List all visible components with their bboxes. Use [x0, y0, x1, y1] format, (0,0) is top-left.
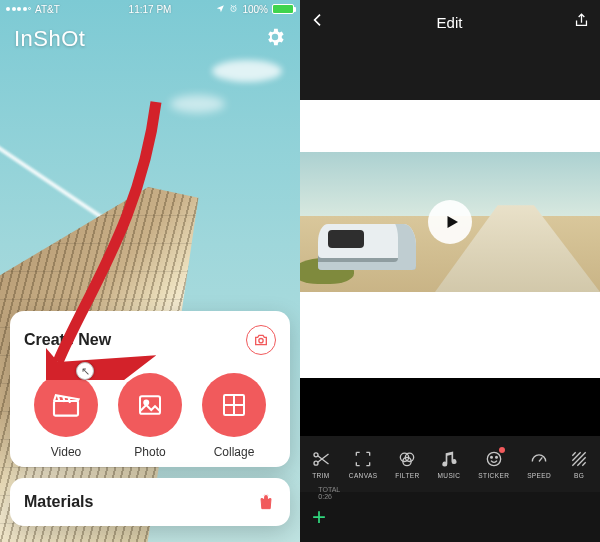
app-logo: InShOt	[14, 26, 85, 52]
edit-title: Edit	[437, 14, 463, 31]
svg-point-11	[487, 452, 500, 465]
grid-icon	[219, 390, 249, 420]
canvas-icon	[353, 449, 373, 469]
tool-bg[interactable]: BG	[569, 449, 589, 479]
tool-speed[interactable]: SPEED	[527, 449, 551, 479]
tool-trim[interactable]: TRIM	[311, 449, 331, 479]
cursor-icon: ↖	[76, 362, 94, 380]
image-icon	[135, 390, 165, 420]
create-photo-button[interactable]: Photo	[118, 373, 182, 459]
alarm-icon	[229, 4, 238, 15]
timeline-total-label: TOTAL 0:26	[318, 486, 340, 500]
svg-rect-3	[140, 396, 160, 414]
tool-sticker[interactable]: STICKER	[478, 449, 509, 479]
create-video-label: Video	[51, 445, 81, 459]
materials-title: Materials	[24, 493, 93, 511]
create-collage-button[interactable]: Collage	[202, 373, 266, 459]
tool-canvas[interactable]: CANVAS	[349, 449, 378, 479]
share-button[interactable]	[573, 12, 590, 33]
clock: 11:17 PM	[129, 4, 172, 15]
materials-card[interactable]: Materials	[10, 478, 290, 526]
video-preview[interactable]	[300, 152, 600, 292]
svg-rect-2	[54, 401, 78, 416]
speed-icon	[529, 449, 549, 469]
clapper-icon	[50, 389, 82, 421]
create-photo-label: Photo	[134, 445, 165, 459]
settings-button[interactable]	[264, 26, 286, 48]
battery-icon	[272, 4, 294, 14]
signal-dots-icon	[6, 7, 31, 11]
timeline[interactable]: + TOTAL 0:26	[300, 492, 600, 542]
camera-icon	[253, 332, 269, 348]
filter-icon	[397, 449, 417, 469]
carrier-label: AT&T	[35, 4, 60, 15]
location-icon	[216, 4, 225, 15]
scissors-icon	[311, 449, 331, 469]
tool-music[interactable]: MUSIC	[437, 449, 460, 479]
create-collage-label: Collage	[214, 445, 255, 459]
gear-icon	[264, 26, 286, 48]
bag-icon	[256, 492, 276, 512]
battery-percent: 100%	[242, 4, 268, 15]
share-icon	[573, 12, 590, 29]
create-new-card: Create New Video Photo Collage	[10, 311, 290, 467]
svg-point-1	[259, 339, 263, 343]
badge-dot	[499, 447, 505, 453]
edit-screen: Edit TRIM CANVAS	[300, 0, 600, 542]
back-button[interactable]	[310, 12, 326, 32]
create-video-button[interactable]: Video	[34, 373, 98, 459]
svg-point-12	[490, 457, 492, 459]
edit-toolbar: TRIM CANVAS FILTER MUSIC STICKER SPE	[300, 436, 600, 492]
music-icon	[439, 449, 459, 469]
status-bar: AT&T 11:17 PM 100%	[0, 0, 300, 18]
svg-point-13	[495, 457, 497, 459]
play-button[interactable]	[428, 200, 472, 244]
edit-header: Edit	[300, 0, 600, 44]
chevron-left-icon	[310, 12, 326, 28]
create-title: Create New	[24, 331, 111, 349]
tool-filter[interactable]: FILTER	[395, 449, 419, 479]
camera-button[interactable]	[246, 325, 276, 355]
home-screen: AT&T 11:17 PM 100% InShOt Create New	[0, 0, 300, 542]
play-icon	[443, 213, 461, 231]
bg-icon	[569, 449, 589, 469]
